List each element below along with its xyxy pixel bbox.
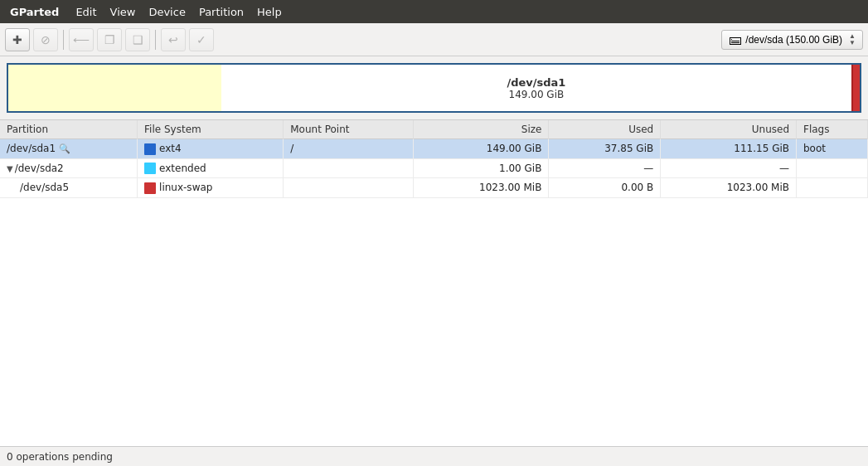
toolbar: ✚ ⊘ ⟵ ❐ ❑ ↩ ✓ 🖴 /dev/sda (150.00 GiB) ▲▼ xyxy=(0,23,868,56)
fs-label: linux-swap xyxy=(159,182,212,193)
used-cell: — xyxy=(549,158,661,178)
disk-segment-red xyxy=(851,65,860,111)
disk-partition-size: 149.00 GiB xyxy=(509,89,565,100)
table-row[interactable]: ▼/dev/sda2extended1.00 GiB—— xyxy=(0,158,868,178)
menu-gparted[interactable]: GParted xyxy=(3,4,65,20)
flags-cell xyxy=(797,178,868,198)
device-icon: 🖴 xyxy=(729,32,742,47)
undo-button[interactable]: ⟵ xyxy=(69,28,94,51)
device-arrows-icon: ▲▼ xyxy=(849,33,856,46)
flags-cell xyxy=(797,158,868,178)
fs-color-icon xyxy=(144,143,156,155)
col-size: Size xyxy=(413,120,549,139)
apply-button[interactable]: ✓ xyxy=(189,28,214,51)
toolbar-separator-1 xyxy=(63,30,64,50)
menu-help[interactable]: Help xyxy=(250,4,289,20)
fs-label: ext4 xyxy=(159,143,182,154)
menu-device[interactable]: Device xyxy=(142,4,192,20)
size-cell: 1.00 GiB xyxy=(413,158,549,178)
partition-name-cell: /dev/sda5 xyxy=(0,178,138,198)
fs-label: extended xyxy=(159,163,206,174)
size-cell: 1023.00 MiB xyxy=(413,178,549,198)
fs-color-icon xyxy=(144,163,156,174)
menu-partition[interactable]: Partition xyxy=(192,4,250,20)
partition-table: Partition File System Mount Point Size U… xyxy=(0,120,868,446)
expand-arrow: ▼ xyxy=(7,164,13,173)
unused-cell: 111.15 GiB xyxy=(661,139,797,159)
disk-visualization: /dev/sda1 149.00 GiB xyxy=(7,63,861,113)
unused-cell: — xyxy=(661,158,797,178)
mountpoint-cell xyxy=(284,158,413,178)
fs-color-icon xyxy=(144,182,156,194)
table-row[interactable]: /dev/sda1 🔍ext4/149.00 GiB37.85 GiB111.1… xyxy=(0,139,868,159)
paste-button[interactable]: ❑ xyxy=(125,28,150,51)
copy-button[interactable]: ❐ xyxy=(97,28,122,51)
mountpoint-cell xyxy=(284,178,413,198)
undo2-button[interactable]: ↩ xyxy=(161,28,186,51)
menubar: GParted Edit View Device Partition Help xyxy=(0,0,868,23)
col-unused: Unused xyxy=(661,120,797,139)
partition-name-cell: ▼/dev/sda2 xyxy=(0,158,138,178)
device-button[interactable]: 🖴 /dev/sda (150.00 GiB) ▲▼ xyxy=(721,30,863,50)
disk-segment-unused xyxy=(8,65,221,111)
mountpoint-cell: / xyxy=(284,139,413,159)
col-flags: Flags xyxy=(797,120,868,139)
col-used: Used xyxy=(549,120,661,139)
menu-edit[interactable]: Edit xyxy=(69,4,103,20)
statusbar: 0 operations pending xyxy=(0,446,868,466)
table-header-row: Partition File System Mount Point Size U… xyxy=(0,120,868,139)
filesystem-cell: ext4 xyxy=(138,139,284,159)
size-cell: 149.00 GiB xyxy=(413,139,549,159)
used-cell: 0.00 B xyxy=(549,178,661,198)
toolbar-separator-2 xyxy=(155,30,156,50)
partition-name: /dev/sda5 xyxy=(20,182,69,193)
col-partition: Partition xyxy=(0,120,138,139)
main-content: Partition File System Mount Point Size U… xyxy=(0,119,868,446)
partition-rows: /dev/sda1 🔍ext4/149.00 GiB37.85 GiB111.1… xyxy=(0,139,868,198)
filesystem-cell: extended xyxy=(138,158,284,178)
device-selector[interactable]: 🖴 /dev/sda (150.00 GiB) ▲▼ xyxy=(721,30,863,50)
search-icon: 🔍 xyxy=(59,143,70,154)
unused-cell: 1023.00 MiB xyxy=(661,178,797,198)
filesystem-cell: linux-swap xyxy=(138,178,284,198)
used-cell: 37.85 GiB xyxy=(549,139,661,159)
device-label: /dev/sda (150.00 GiB) xyxy=(745,34,842,46)
table-row[interactable]: /dev/sda5linux-swap1023.00 MiB0.00 B1023… xyxy=(0,178,868,198)
col-mountpoint: Mount Point xyxy=(284,120,413,139)
flags-cell: boot xyxy=(797,139,868,159)
partitions-list: Partition File System Mount Point Size U… xyxy=(0,120,868,198)
col-filesystem: File System xyxy=(138,120,284,139)
partition-name: /dev/sda1 xyxy=(7,143,56,154)
disk-partition-label: /dev/sda1 xyxy=(507,76,565,89)
delete-button[interactable]: ⊘ xyxy=(33,28,58,51)
partition-name-cell: /dev/sda1 🔍 xyxy=(0,139,138,159)
disk-segment-main: /dev/sda1 149.00 GiB xyxy=(221,65,851,111)
new-button[interactable]: ✚ xyxy=(5,28,30,51)
status-text: 0 operations pending xyxy=(7,451,113,463)
menu-view[interactable]: View xyxy=(104,4,143,20)
partition-name: /dev/sda2 xyxy=(15,163,64,174)
